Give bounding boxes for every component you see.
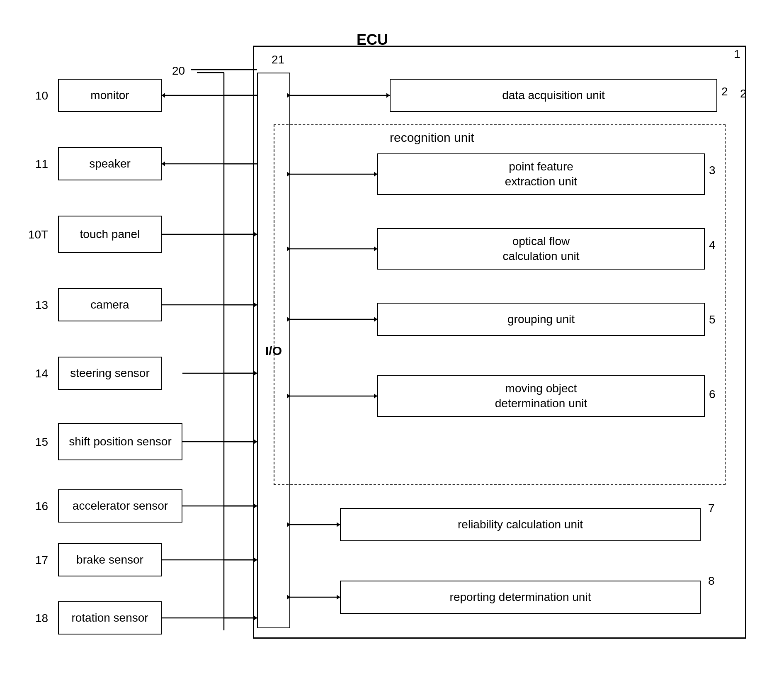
refnum-20: 20 xyxy=(172,64,185,78)
refnum-10: 10 xyxy=(35,89,48,102)
refnum-13: 13 xyxy=(35,299,48,312)
diagram-container: ECU 1 2 I/O 20 21 monitor 10 speaker 11 … xyxy=(17,25,763,668)
refnum-1: 1 xyxy=(734,48,740,61)
touch-panel-label: touch panel xyxy=(80,227,140,242)
moving-object-box: moving object determination unit xyxy=(377,375,705,417)
refnum-7: 7 xyxy=(708,502,715,515)
refnum-8: 8 xyxy=(708,574,715,588)
data-acquisition-label: data acquisition unit xyxy=(502,88,605,103)
reporting-label: reporting determination unit xyxy=(450,590,591,605)
steering-sensor-box: steering sensor xyxy=(58,357,162,390)
reliability-box: reliability calculation unit xyxy=(340,508,701,541)
data-acquisition-box: data acquisition unit xyxy=(390,79,717,112)
refnum-4: 4 xyxy=(709,238,716,252)
reliability-label: reliability calculation unit xyxy=(458,517,583,532)
steering-sensor-label: steering sensor xyxy=(70,366,149,381)
refnum-2: 2 xyxy=(740,87,747,100)
camera-label: camera xyxy=(90,297,129,312)
shift-position-sensor-label: shift position sensor xyxy=(69,434,171,449)
monitor-box: monitor xyxy=(58,79,162,112)
touch-panel-box: touch panel xyxy=(58,216,162,253)
speaker-box: speaker xyxy=(58,147,162,180)
rotation-sensor-label: rotation sensor xyxy=(71,610,148,625)
accelerator-sensor-label: accelerator sensor xyxy=(73,498,168,513)
refnum-14: 14 xyxy=(35,367,48,380)
grouping-label: grouping unit xyxy=(507,312,575,327)
speaker-label: speaker xyxy=(89,156,131,171)
refnum-17: 17 xyxy=(35,554,48,567)
rotation-sensor-box: rotation sensor xyxy=(58,601,162,635)
refnum-18: 18 xyxy=(35,612,48,625)
svg-marker-4 xyxy=(162,93,165,98)
brake-sensor-box: brake sensor xyxy=(58,543,162,576)
refnum-11: 11 xyxy=(35,158,48,171)
refnum-21: 21 xyxy=(272,53,284,66)
refnum-2-pos: 2 xyxy=(721,85,728,98)
refnum-5: 5 xyxy=(709,313,716,326)
refnum-3: 3 xyxy=(709,164,716,177)
optical-flow-label: optical flow calculation unit xyxy=(502,234,579,264)
point-feature-box: point feature extraction unit xyxy=(377,153,705,195)
recognition-unit-label: recognition unit xyxy=(390,131,474,145)
refnum-10T: 10T xyxy=(28,228,48,241)
reporting-box: reporting determination unit xyxy=(340,581,701,614)
refnum-16: 16 xyxy=(35,500,48,513)
moving-object-label: moving object determination unit xyxy=(495,381,587,411)
point-feature-label: point feature extraction unit xyxy=(505,159,577,190)
brake-sensor-label: brake sensor xyxy=(76,552,143,567)
svg-marker-6 xyxy=(162,161,165,166)
grouping-box: grouping unit xyxy=(377,303,705,336)
optical-flow-box: optical flow calculation unit xyxy=(377,228,705,270)
shift-position-sensor-box: shift position sensor xyxy=(58,423,182,460)
refnum-6: 6 xyxy=(709,388,716,401)
camera-box: camera xyxy=(58,288,162,321)
monitor-label: monitor xyxy=(90,88,129,103)
ecu-label: ECU xyxy=(357,31,388,49)
refnum-15: 15 xyxy=(35,435,48,449)
accelerator-sensor-box: accelerator sensor xyxy=(58,489,182,523)
